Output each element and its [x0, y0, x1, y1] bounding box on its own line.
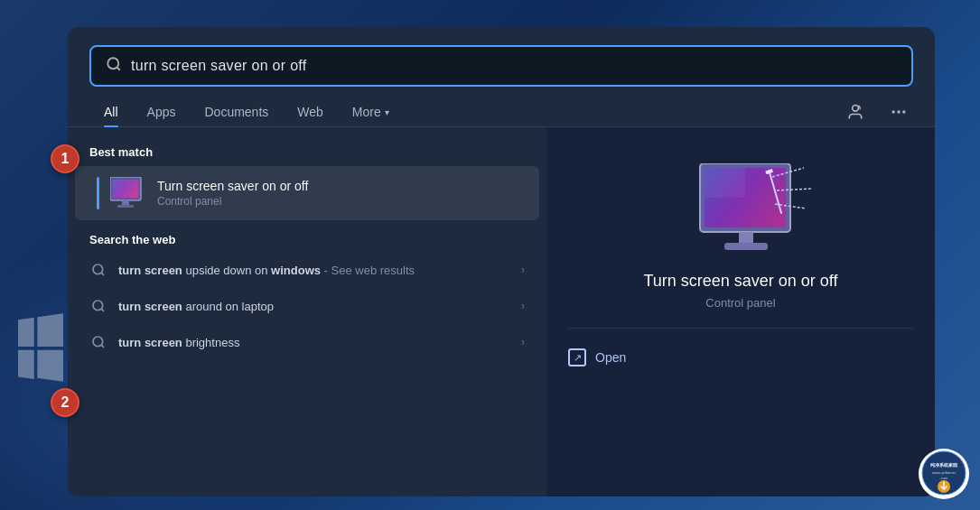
- svg-point-5: [902, 110, 905, 113]
- svg-text:纯净系统家园: 纯净系统家园: [930, 462, 957, 468]
- step-2-badge: 2: [51, 388, 79, 417]
- svg-text:.com: .com: [939, 476, 948, 480]
- svg-point-3: [892, 110, 895, 113]
- svg-line-13: [101, 309, 104, 311]
- result-title: Turn screen saver on or off: [157, 179, 518, 193]
- watermark-text: 纯净系统家园 www.yidaimei .com: [921, 450, 966, 497]
- svg-line-1: [117, 67, 119, 70]
- svg-point-2: [853, 106, 859, 112]
- svg-point-0: [107, 58, 118, 69]
- svg-rect-8: [122, 200, 129, 205]
- svg-rect-20: [724, 243, 768, 250]
- svg-point-4: [897, 110, 900, 113]
- svg-point-14: [93, 337, 103, 347]
- result-subtitle: Control panel: [157, 195, 518, 208]
- svg-line-11: [101, 273, 104, 275]
- right-panel-divider: [568, 328, 913, 329]
- right-panel-subtitle: Control panel: [705, 296, 775, 310]
- watermark: 纯净系统家园 www.yidaimei .com: [919, 449, 969, 499]
- svg-rect-19: [739, 232, 753, 245]
- svg-line-15: [101, 345, 104, 348]
- svg-point-12: [93, 301, 103, 311]
- tab-apps[interactable]: Apps: [133, 97, 191, 126]
- search-input-wrapper[interactable]: turn screen saver on or off: [89, 45, 913, 87]
- search-bar-area: turn screen saver on or off: [68, 27, 935, 87]
- svg-rect-7: [113, 180, 138, 198]
- chevron-down-icon: ▾: [385, 107, 389, 117]
- more-options-icon-button[interactable]: [884, 97, 913, 126]
- svg-text:www.yidaimei: www.yidaimei: [931, 470, 956, 475]
- svg-rect-18: [705, 168, 745, 198]
- tab-all[interactable]: All: [89, 97, 133, 126]
- result-text: Turn screen saver on or off Control pane…: [157, 179, 518, 208]
- search-input[interactable]: turn screen saver on or off: [131, 58, 897, 74]
- chevron-right-icon-2: ›: [521, 300, 525, 312]
- web-result-item-1[interactable]: turn screen upside down on windows - See…: [68, 252, 546, 288]
- right-panel: Turn screen saver on or off Control pane…: [546, 127, 935, 496]
- web-result-text-1: turn screen upside down on windows - See…: [118, 264, 510, 277]
- result-blue-bar: [97, 177, 99, 209]
- person-icon-button[interactable]: [841, 97, 870, 126]
- best-match-item[interactable]: Turn screen saver on or off Control pane…: [75, 166, 539, 220]
- right-panel-title: Turn screen saver on or off: [643, 272, 837, 291]
- search-web-icon-2: [89, 297, 107, 315]
- main-content: Best match: [68, 127, 935, 496]
- best-match-title: Best match: [68, 142, 546, 166]
- svg-point-10: [93, 264, 103, 274]
- step-1-badge: 1: [51, 144, 79, 173]
- chevron-right-icon-1: ›: [521, 264, 525, 276]
- windows-logo-edge: [18, 221, 63, 402]
- left-panel: Best match: [68, 127, 546, 496]
- search-web-icon-3: [89, 333, 107, 351]
- web-result-text-2: turn screen around on laptop: [118, 300, 510, 313]
- open-label: Open: [595, 350, 626, 365]
- tabs-row: All Apps Documents Web More ▾: [68, 87, 935, 127]
- svg-rect-9: [117, 205, 134, 208]
- web-section-title: Search the web: [68, 220, 546, 252]
- web-result-item-3[interactable]: turn screen brightness ›: [68, 324, 546, 360]
- tab-documents[interactable]: Documents: [190, 97, 283, 126]
- chevron-right-icon-3: ›: [521, 336, 525, 348]
- web-result-item-2[interactable]: turn screen around on laptop ›: [68, 288, 546, 324]
- search-web-icon-1: [89, 261, 107, 279]
- open-button[interactable]: Open: [568, 343, 626, 372]
- search-popup: turn screen saver on or off All Apps Doc…: [68, 27, 935, 496]
- open-icon: [568, 348, 586, 366]
- monitor-illustration: [686, 163, 795, 254]
- web-result-text-3: turn screen brightness: [118, 336, 510, 349]
- tab-web[interactable]: Web: [283, 97, 338, 126]
- result-icon: [110, 175, 146, 211]
- tab-more[interactable]: More ▾: [338, 97, 404, 126]
- tabs-right: [841, 97, 913, 126]
- search-icon: [106, 56, 122, 76]
